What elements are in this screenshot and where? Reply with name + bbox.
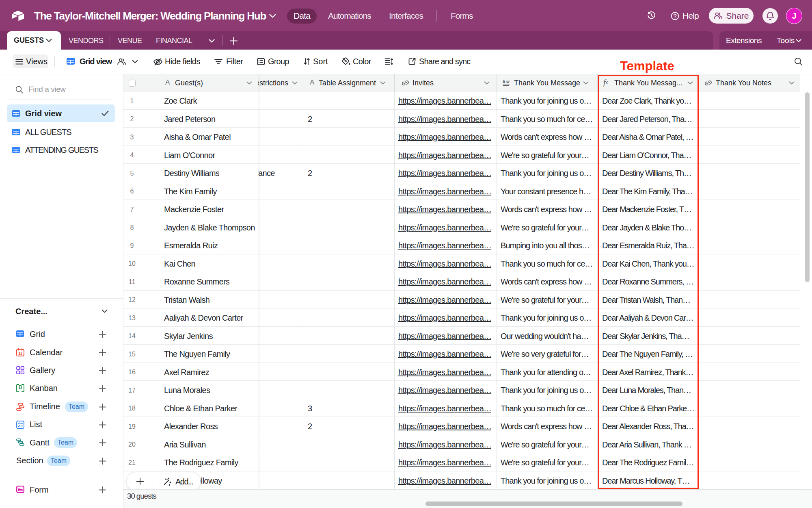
- svg-text:A: A: [503, 80, 505, 84]
- svg-text:31: 31: [18, 352, 22, 356]
